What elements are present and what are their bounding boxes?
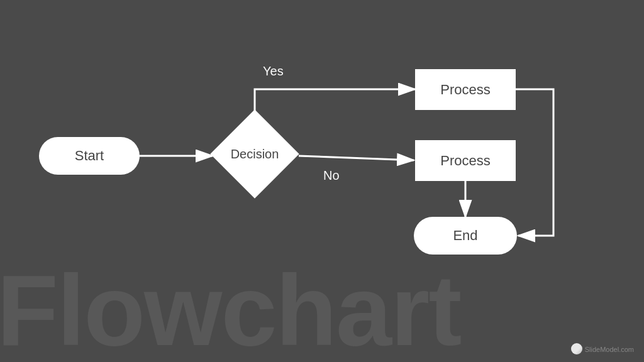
no-label: No bbox=[323, 168, 340, 183]
process-top-label: Process bbox=[440, 82, 490, 98]
process-top-box: Process bbox=[415, 69, 516, 110]
end-shape: End bbox=[414, 217, 517, 255]
decision-label: Decision bbox=[231, 147, 279, 162]
logo-suffix: .com bbox=[619, 346, 634, 353]
decision-diamond-wrapper: Decision bbox=[211, 110, 299, 198]
start-shape: Start bbox=[39, 137, 140, 175]
arrow-decision-to-process-top bbox=[255, 89, 415, 112]
background-watermark: Flowchart bbox=[0, 253, 461, 362]
logo-name: SlideModel bbox=[585, 346, 619, 353]
logo-text: SlideModel.com bbox=[585, 344, 634, 354]
slide-container: Flowchart Start Deci bbox=[0, 0, 644, 362]
start-label: Start bbox=[75, 148, 104, 164]
end-label: End bbox=[453, 228, 477, 244]
logo-icon bbox=[571, 343, 582, 354]
arrow-decision-to-process-bottom bbox=[299, 156, 414, 160]
process-bottom-box: Process bbox=[415, 140, 516, 181]
arrow-process-top-to-end bbox=[516, 89, 553, 236]
process-bottom-label: Process bbox=[440, 153, 490, 169]
logo: SlideModel.com bbox=[571, 343, 634, 354]
yes-label: Yes bbox=[263, 64, 284, 79]
